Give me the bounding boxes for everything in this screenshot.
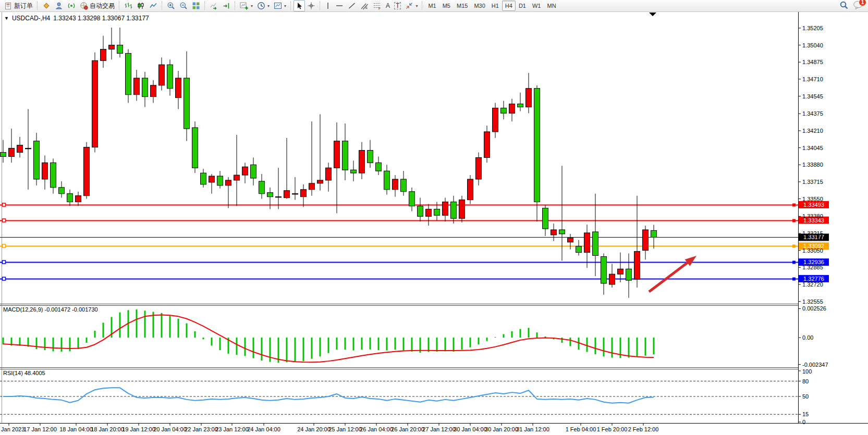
- line-anchor-left[interactable]: [3, 277, 6, 280]
- bar-chart-button[interactable]: [122, 0, 135, 11]
- candle: [159, 65, 165, 85]
- time-tick-label: 18 Jan 04:00: [59, 426, 93, 432]
- market-watch-button[interactable]: [40, 0, 53, 11]
- candle: [568, 238, 573, 242]
- accounts-icon: [55, 2, 63, 10]
- notifications-button[interactable]: 1: [853, 1, 863, 11]
- candle: [267, 193, 273, 197]
- line-anchor-left[interactable]: [3, 260, 6, 264]
- new-order-button[interactable]: 新订单: [3, 0, 35, 11]
- chart-window[interactable]: 1.334931.333431.331771.330921.329361.327…: [0, 12, 868, 435]
- chart-canvas[interactable]: 1.334931.333431.331771.330921.329361.327…: [0, 12, 868, 435]
- svg-text:E: E: [365, 6, 368, 9]
- time-tick-label: 23 Jan 12:00: [215, 426, 249, 432]
- candle: [576, 246, 582, 253]
- tile-windows-button[interactable]: [190, 0, 202, 11]
- zoom-in-button[interactable]: [165, 0, 177, 11]
- line-anchor-right[interactable]: [792, 245, 796, 248]
- fibonacci-icon: F: [373, 2, 382, 10]
- auto-scroll-icon: [210, 2, 218, 10]
- text-tool-button-glyph: A: [386, 2, 390, 9]
- candle: [276, 197, 282, 197]
- chevron-down-icon: ▾: [267, 4, 270, 8]
- line-anchor-left[interactable]: [3, 244, 6, 247]
- toolbar-separator: [235, 2, 236, 10]
- templates-button[interactable]: ▾: [272, 0, 288, 11]
- timeframe-button-h1[interactable]: H1: [488, 1, 502, 11]
- candle: [518, 104, 523, 107]
- timeframe-button-mn[interactable]: MN: [544, 1, 559, 11]
- price-tick-label: 1.34875: [802, 59, 823, 65]
- zoom-out-button[interactable]: [177, 0, 190, 11]
- time-tick-label: 24 Jan 20:00: [297, 426, 331, 432]
- candle: [343, 141, 348, 170]
- trendline-button[interactable]: [346, 0, 358, 11]
- timeframe-button-m5[interactable]: M5: [439, 1, 454, 11]
- time-tick-label: 26 Jan 04:00: [360, 426, 393, 432]
- candle: [651, 230, 657, 237]
- candle: [376, 163, 382, 171]
- candle: [584, 233, 590, 253]
- time-tick-label: 2 Feb 12:00: [628, 426, 659, 432]
- chevron-down-icon[interactable]: ▼: [4, 16, 9, 21]
- time-tick-label: 1 Feb 04:00: [566, 426, 596, 432]
- candlestick-chart-button[interactable]: [135, 0, 147, 11]
- time-tick-label: 1 Feb 20:00: [597, 426, 628, 432]
- candle: [292, 194, 298, 194]
- line-anchor-right[interactable]: [792, 261, 796, 264]
- macd-indicator-label: MACD(12,26,9) -0.001472 -0.001730: [3, 306, 98, 313]
- new-chart-icon: [240, 2, 249, 10]
- vertical-line-button[interactable]: [323, 0, 333, 11]
- candle: [151, 85, 156, 97]
- line-chart-button[interactable]: [147, 0, 160, 11]
- candle: [351, 170, 357, 173]
- candle: [643, 230, 649, 251]
- accounts-button[interactable]: [53, 0, 65, 11]
- cursor-button[interactable]: [294, 0, 305, 11]
- periods-icon: [257, 2, 265, 10]
- main-toolbar: 新订单自动交易▾▾▾EFAT▾M1M5M15M30H1H4D1W1MN1: [0, 0, 868, 12]
- candle: [92, 60, 98, 147]
- line-anchor-right[interactable]: [792, 278, 796, 281]
- price-tick-label: 1.35205: [802, 25, 823, 31]
- timeframe-button-h4[interactable]: H4: [502, 1, 516, 11]
- price-tick-label: 1.33880: [802, 161, 823, 168]
- timeframe-button-d1[interactable]: D1: [516, 1, 529, 11]
- candle: [317, 180, 323, 183]
- rsi-tick-label: 0: [802, 419, 805, 425]
- text-tool-button[interactable]: A: [384, 0, 392, 11]
- candle: [217, 176, 223, 185]
- timeframe-button-m30[interactable]: M30: [471, 1, 488, 11]
- search-icon[interactable]: [839, 1, 849, 11]
- timeframe-button-m15[interactable]: M15: [454, 1, 471, 11]
- new-chart-button[interactable]: ▾: [238, 0, 255, 11]
- chart-shift-button[interactable]: [220, 0, 233, 11]
- line-anchor-right[interactable]: [792, 219, 796, 222]
- candle: [34, 141, 40, 179]
- line-anchor-left[interactable]: [3, 219, 6, 222]
- text-label-button[interactable]: T: [392, 0, 403, 11]
- auto-trading-button[interactable]: 自动交易: [78, 0, 117, 11]
- chevron-down-icon: ▾: [284, 4, 286, 8]
- signals-button[interactable]: [65, 0, 78, 11]
- timeframe-button-w1[interactable]: W1: [529, 1, 544, 11]
- candle: [534, 89, 540, 202]
- shapes-button[interactable]: ▾: [403, 0, 420, 11]
- line-anchor-right[interactable]: [792, 204, 796, 207]
- crosshair-button[interactable]: [305, 0, 317, 11]
- candle: [559, 230, 565, 234]
- horizontal-line-button[interactable]: [333, 0, 346, 11]
- candle: [368, 151, 373, 163]
- price-tick-label: 1.33050: [802, 247, 823, 254]
- line-anchor-left[interactable]: [3, 203, 6, 206]
- fibonacci-button[interactable]: F: [371, 0, 384, 11]
- auto-scroll-button[interactable]: [207, 0, 220, 11]
- price-tick-label: 1.34210: [802, 128, 823, 134]
- time-tick-label: 16 Jan 2023: [0, 426, 25, 432]
- trendline-icon: [348, 2, 356, 10]
- candle: [401, 179, 407, 192]
- shapes-icon: [405, 2, 413, 10]
- equidistant-channel-button[interactable]: E: [358, 0, 371, 11]
- periods-button[interactable]: ▾: [255, 0, 272, 11]
- timeframe-button-m1[interactable]: M1: [425, 1, 439, 11]
